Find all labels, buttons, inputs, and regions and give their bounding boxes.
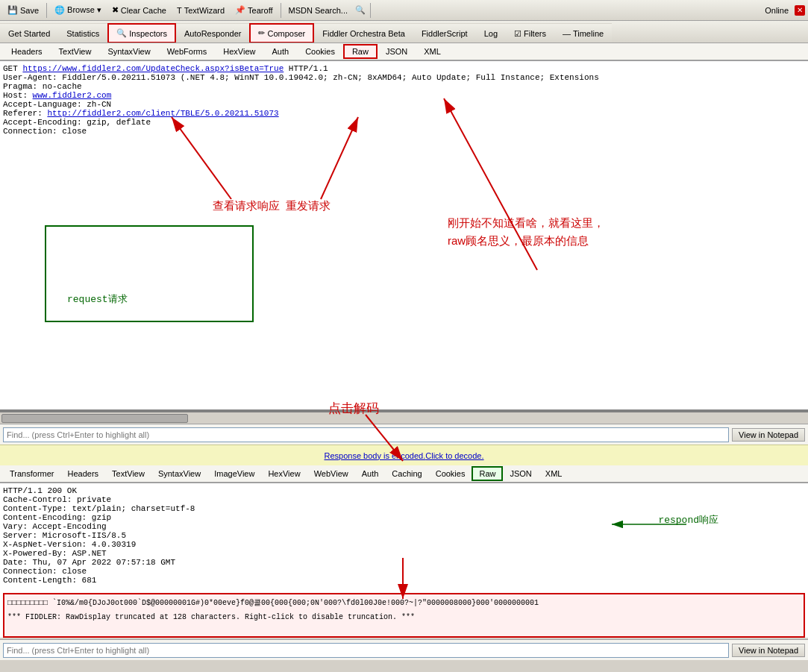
request-hscrollbar[interactable] bbox=[0, 412, 808, 424]
response-view-notepad-button[interactable]: View in Notepad bbox=[732, 644, 805, 657]
encoded-notice-text: Response body is encoded. bbox=[324, 451, 425, 460]
req-tab-hexview[interactable]: HexView bbox=[215, 45, 263, 58]
response-find-input[interactable] bbox=[3, 643, 729, 658]
inspector-icon: 🔍 bbox=[116, 28, 127, 38]
resp-tab-raw[interactable]: Raw bbox=[472, 466, 503, 481]
tab-composer-label: Composer bbox=[267, 29, 305, 38]
clear-cache-button[interactable]: ✖ Clear Cache bbox=[107, 4, 171, 16]
request-view-notepad-button[interactable]: View in Notepad bbox=[732, 428, 805, 442]
tab-autoresponder-label: AutoResponder bbox=[184, 29, 241, 38]
encoded-body-line1: □□□□□□□□□ `I0%&/m0{DJoJ0ot000`D$@0000000… bbox=[7, 597, 801, 609]
save-icon: 💾 bbox=[7, 5, 18, 15]
browse-button[interactable]: 🌐 Browse ▾ bbox=[50, 4, 106, 16]
tab-statistics[interactable]: Statistics bbox=[58, 23, 107, 43]
request-subtab-bar: Headers TextView SyntaxView WebForms Hex… bbox=[0, 43, 808, 61]
resp-line1: HTTP/1.1 200 OK bbox=[3, 486, 805, 495]
encoded-notice-bar[interactable]: Response body is encoded. Click to decod… bbox=[0, 445, 808, 465]
resp-tab-textview[interactable]: TextView bbox=[105, 467, 151, 480]
encoded-body-line2: *** FIDDLER: RawDisplay truncated at 128… bbox=[7, 613, 801, 621]
request-line6: Referer: http://fiddler2.com/client/TBLE… bbox=[3, 109, 805, 118]
inspectors-bar: Get Started Statistics 🔍 Inspectors Auto… bbox=[0, 21, 808, 43]
toolbar-separator-2 bbox=[281, 3, 281, 18]
request-line4: Host: www.fiddler2.com bbox=[3, 91, 805, 100]
resp-tab-json[interactable]: JSON bbox=[503, 467, 538, 480]
tab-log-label: Log bbox=[484, 29, 498, 38]
resp-line5: Vary: Accept-Encoding bbox=[3, 522, 805, 531]
request-find-bar: View in Notepad bbox=[0, 424, 808, 445]
tab-filters-label: Filters bbox=[524, 29, 546, 38]
req-tab-textview[interactable]: TextView bbox=[51, 45, 100, 58]
tab-timeline-label: Timeline bbox=[573, 29, 604, 38]
req-tab-syntaxview[interactable]: SyntaxView bbox=[99, 45, 158, 58]
browse-icon: 🌐 bbox=[54, 5, 65, 15]
tab-autoresponder[interactable]: AutoResponder bbox=[176, 23, 249, 43]
req-tab-headers[interactable]: Headers bbox=[3, 45, 51, 58]
textwizard-icon: T bbox=[177, 6, 182, 15]
resp-tab-caching[interactable]: Caching bbox=[385, 467, 428, 480]
req-tab-xml[interactable]: XML bbox=[416, 45, 449, 58]
tab-log[interactable]: Log bbox=[476, 23, 506, 43]
resp-line9: Date: Thu, 07 Apr 2022 07:57:18 GMT bbox=[3, 558, 805, 567]
request-line7: Accept-Encoding: gzip, deflate bbox=[3, 118, 805, 127]
encoded-body-box: □□□□□□□□□ `I0%&/m0{DJoJ0ot000`D$@0000000… bbox=[3, 593, 805, 638]
resp-tab-cookies[interactable]: Cookies bbox=[429, 467, 472, 480]
request-content[interactable]: GET https://www.fiddler2.com/UpdateCheck… bbox=[0, 61, 808, 382]
resp-tab-transformer[interactable]: Transformer bbox=[3, 467, 61, 480]
tab-fiddlerscript[interactable]: FiddlerScript bbox=[413, 23, 476, 43]
close-button[interactable]: ✕ bbox=[795, 5, 805, 16]
resp-line6: Server: Microsoft-IIS/8.5 bbox=[3, 531, 805, 540]
req-tab-cookies[interactable]: Cookies bbox=[297, 45, 343, 58]
resp-line3: Content-Type: text/plain; charset=utf-8 bbox=[3, 504, 805, 513]
tab-get-started[interactable]: Get Started bbox=[0, 23, 58, 43]
req-tab-auth[interactable]: Auth bbox=[264, 45, 298, 58]
tab-inspectors-label: Inspectors bbox=[129, 29, 167, 38]
save-button[interactable]: 💾 Save bbox=[3, 4, 43, 16]
response-content[interactable]: HTTP/1.1 200 OK Cache-Control: private C… bbox=[0, 483, 808, 591]
click-to-decode-link[interactable]: Click to decode. bbox=[425, 451, 483, 460]
req-tab-raw[interactable]: Raw bbox=[343, 44, 378, 59]
req-tab-webforms[interactable]: WebForms bbox=[159, 45, 216, 58]
clear-cache-icon: ✖ bbox=[112, 5, 119, 15]
search-icon: 🔍 bbox=[354, 5, 367, 15]
tab-statistics-label: Statistics bbox=[66, 29, 99, 38]
request-line2: User-Agent: Fiddler/5.0.20211.51073 (.NE… bbox=[3, 73, 805, 82]
tab-fiddlerscript-label: FiddlerScript bbox=[422, 29, 468, 38]
resp-tab-auth[interactable]: Auth bbox=[355, 467, 386, 480]
timeline-icon: — bbox=[563, 29, 571, 38]
resp-tab-headers[interactable]: Headers bbox=[61, 467, 106, 480]
main-toolbar: 💾 Save 🌐 Browse ▾ ✖ Clear Cache T TextWi… bbox=[0, 0, 808, 21]
response-panel: HTTP/1.1 200 OK Cache-Control: private C… bbox=[0, 483, 808, 638]
req-tab-json[interactable]: JSON bbox=[378, 45, 416, 58]
response-subtab-bar: Transformer Headers TextView SyntaxView … bbox=[0, 465, 808, 483]
response-find-bar: View in Notepad bbox=[0, 639, 808, 660]
tab-get-started-label: Get Started bbox=[8, 29, 50, 38]
hscroll-thumb[interactable] bbox=[1, 414, 188, 423]
resp-tab-xml[interactable]: XML bbox=[539, 467, 569, 480]
tearoff-button[interactable]: 📌 Tearoff bbox=[231, 4, 277, 16]
toolbar-separator-3 bbox=[370, 3, 371, 18]
resp-tab-imageview[interactable]: ImageView bbox=[207, 467, 261, 480]
resp-line10: Connection: close bbox=[3, 567, 805, 576]
request-find-input[interactable] bbox=[3, 427, 729, 442]
resp-tab-webview[interactable]: WebView bbox=[307, 467, 355, 480]
request-line8: Connection: close bbox=[3, 127, 805, 136]
encoded-notice-wrapper: 点击解码 Response body is encoded. Click to … bbox=[0, 445, 808, 465]
tab-fiddler-orchestra-label: Fiddler Orchestra Beta bbox=[322, 29, 405, 38]
resp-line8: X-Powered-By: ASP.NET bbox=[3, 549, 805, 558]
tab-timeline[interactable]: — Timeline bbox=[554, 23, 612, 43]
resp-line2: Cache-Control: private bbox=[3, 495, 805, 504]
tab-inspectors[interactable]: 🔍 Inspectors bbox=[107, 23, 176, 43]
tearoff-icon: 📌 bbox=[235, 5, 245, 15]
request-line3: Pragma: no-cache bbox=[3, 82, 805, 91]
composer-icon: ✏ bbox=[258, 28, 265, 38]
msdn-search-label: MSDN Search... bbox=[284, 6, 352, 15]
textwizard-button[interactable]: T TextWizard bbox=[172, 4, 229, 16]
resp-line4: Content-Encoding: gzip bbox=[3, 513, 805, 522]
tab-filters[interactable]: ☑ Filters bbox=[506, 23, 554, 43]
resp-tab-syntaxview[interactable]: SyntaxView bbox=[151, 467, 207, 480]
request-line5: Accept-Language: zh-CN bbox=[3, 100, 805, 109]
tab-composer[interactable]: ✏ Composer bbox=[249, 23, 314, 43]
filters-icon: ☑ bbox=[514, 29, 522, 39]
tab-fiddler-orchestra[interactable]: Fiddler Orchestra Beta bbox=[314, 23, 413, 43]
resp-tab-hexview[interactable]: HexView bbox=[261, 467, 307, 480]
